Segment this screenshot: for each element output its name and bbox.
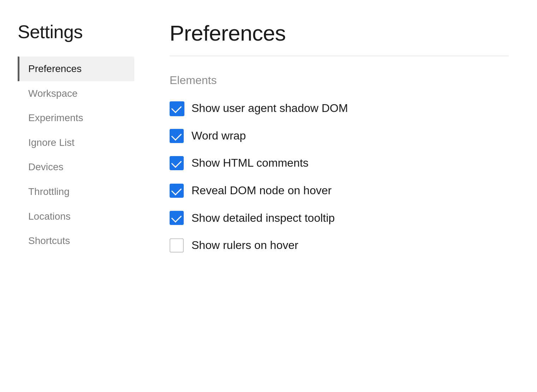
page-title: Preferences xyxy=(170,21,509,45)
checkbox-shadow-dom[interactable] xyxy=(170,101,184,116)
sidebar-item-locations[interactable]: Locations xyxy=(18,204,134,229)
checkbox-wrapper-word-wrap xyxy=(170,129,184,143)
checkbox-wrapper-rulers-hover xyxy=(170,238,184,253)
setting-label-word-wrap: Word wrap xyxy=(191,129,246,143)
setting-label-rulers-hover: Show rulers on hover xyxy=(191,238,298,253)
checkbox-wrapper-inspect-tooltip xyxy=(170,211,184,225)
sidebar-item-preferences[interactable]: Preferences xyxy=(18,57,134,81)
divider xyxy=(170,56,509,56)
setting-item-html-comments[interactable]: Show HTML comments xyxy=(170,156,509,171)
sidebar-item-shortcuts[interactable]: Shortcuts xyxy=(18,228,134,253)
checkbox-dom-hover[interactable] xyxy=(170,184,184,198)
settings-list: Show user agent shadow DOMWord wrapShow … xyxy=(170,101,509,253)
section-title: Elements xyxy=(170,74,509,87)
checkbox-wrapper-shadow-dom xyxy=(170,101,184,115)
setting-item-shadow-dom[interactable]: Show user agent shadow DOM xyxy=(170,101,509,116)
main-content: Preferences Elements Show user agent sha… xyxy=(141,0,537,392)
sidebar-nav: PreferencesWorkspaceExperimentsIgnore Li… xyxy=(18,57,141,253)
sidebar-title: Settings xyxy=(18,21,141,42)
setting-label-inspect-tooltip: Show detailed inspect tooltip xyxy=(191,211,335,226)
setting-item-rulers-hover[interactable]: Show rulers on hover xyxy=(170,238,509,253)
sidebar-item-devices[interactable]: Devices xyxy=(18,155,134,179)
checkbox-wrapper-dom-hover xyxy=(170,184,184,198)
checkbox-inspect-tooltip[interactable] xyxy=(170,211,184,225)
sidebar-item-ignore-list[interactable]: Ignore List xyxy=(18,130,134,155)
sidebar-item-workspace[interactable]: Workspace xyxy=(18,81,134,106)
setting-item-dom-hover[interactable]: Reveal DOM node on hover xyxy=(170,183,509,198)
sidebar-item-throttling[interactable]: Throttling xyxy=(18,179,134,204)
sidebar-item-experiments[interactable]: Experiments xyxy=(18,106,134,130)
setting-item-word-wrap[interactable]: Word wrap xyxy=(170,129,509,143)
setting-label-shadow-dom: Show user agent shadow DOM xyxy=(191,101,348,116)
checkbox-rulers-hover[interactable] xyxy=(170,238,184,253)
setting-item-inspect-tooltip[interactable]: Show detailed inspect tooltip xyxy=(170,211,509,226)
checkbox-word-wrap[interactable] xyxy=(170,129,184,143)
sidebar: Settings PreferencesWorkspaceExperiments… xyxy=(0,0,141,392)
checkbox-html-comments[interactable] xyxy=(170,156,184,170)
setting-label-dom-hover: Reveal DOM node on hover xyxy=(191,183,332,198)
checkbox-wrapper-html-comments xyxy=(170,156,184,170)
setting-label-html-comments: Show HTML comments xyxy=(191,156,308,171)
